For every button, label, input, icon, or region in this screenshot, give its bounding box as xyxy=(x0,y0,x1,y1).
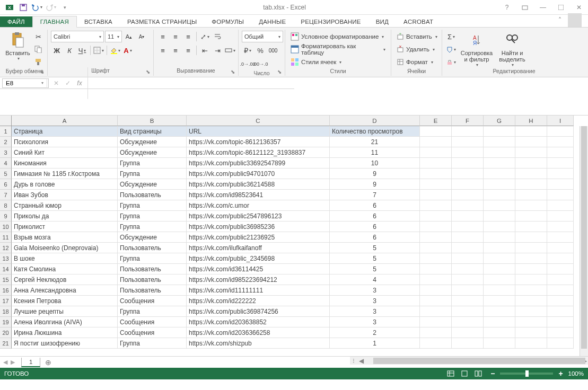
cell[interactable] xyxy=(452,274,484,285)
cell[interactable] xyxy=(452,200,484,211)
align-top-icon[interactable]: ≡ xyxy=(157,31,169,42)
tab-review[interactable]: РЕЦЕНЗИРОВАНИЕ xyxy=(293,16,368,27)
increase-indent-icon[interactable]: ⇥ xyxy=(212,45,223,56)
cell[interactable] xyxy=(420,285,452,296)
cell[interactable]: 3 xyxy=(330,296,420,306)
cell[interactable]: https://vk.com/topic-86121122_31938837 xyxy=(187,147,330,158)
cell[interactable]: Странный юмор xyxy=(12,200,118,211)
font-launcher-icon[interactable]: ⬊ xyxy=(146,69,152,75)
collapse-ribbon-icon[interactable]: ˄ xyxy=(558,16,561,24)
row-header[interactable]: 11 xyxy=(0,232,12,243)
formula-input[interactable] xyxy=(294,77,589,115)
fill-icon[interactable]: ▾ xyxy=(445,43,457,55)
cell[interactable] xyxy=(515,274,547,285)
cell[interactable]: 9 xyxy=(330,179,420,190)
cell[interactable] xyxy=(452,317,484,327)
column-header[interactable]: D xyxy=(330,116,420,126)
column-header[interactable]: E xyxy=(420,116,452,126)
cell[interactable]: 3 xyxy=(330,285,420,296)
cell[interactable]: Обсуждение xyxy=(118,179,187,190)
borders-icon[interactable]: ▾ xyxy=(93,45,104,56)
cell[interactable] xyxy=(484,296,515,306)
cell[interactable]: Психология xyxy=(12,137,118,147)
decrease-indent-icon[interactable]: ⇤ xyxy=(199,45,210,56)
cancel-formula-icon[interactable]: ✕ xyxy=(50,77,62,89)
clear-icon[interactable]: ▾ xyxy=(445,56,457,68)
cell[interactable]: Приколист xyxy=(12,221,118,232)
cell[interactable]: Группа xyxy=(118,221,187,232)
maximize-icon[interactable] xyxy=(552,2,570,13)
row-header[interactable]: 8 xyxy=(0,200,12,211)
cell[interactable] xyxy=(452,327,484,338)
row-header[interactable]: 21 xyxy=(0,338,12,349)
cell[interactable] xyxy=(547,211,574,221)
cell[interactable]: 2 xyxy=(330,327,420,338)
cell[interactable] xyxy=(515,147,547,158)
cell[interactable] xyxy=(452,158,484,169)
cell[interactable]: Вид страницы xyxy=(118,126,187,137)
cell[interactable]: Группа xyxy=(118,338,187,349)
cell[interactable]: Пользователь xyxy=(118,190,187,200)
cell[interactable] xyxy=(515,317,547,327)
align-center-icon[interactable]: ≡ xyxy=(170,45,181,56)
delete-cells-button[interactable]: ×Удалить▾ xyxy=(394,43,440,55)
cell[interactable] xyxy=(420,327,452,338)
cell[interactable] xyxy=(484,264,515,274)
cell[interactable]: Сергей Неклюдов xyxy=(12,274,118,285)
row-header[interactable]: 14 xyxy=(0,264,12,274)
number-launcher-icon[interactable]: ⬊ xyxy=(277,69,284,75)
cell[interactable] xyxy=(484,137,515,147)
cell[interactable]: 21 xyxy=(330,137,420,147)
cell[interactable]: Сообщения xyxy=(118,296,187,306)
cell[interactable]: Группа xyxy=(118,253,187,264)
cell[interactable]: 6 xyxy=(330,200,420,211)
cell[interactable]: Киномания xyxy=(12,158,118,169)
cell[interactable]: URL xyxy=(187,126,330,137)
cell[interactable]: https://vk.com/public_2345698 xyxy=(187,253,330,264)
cell[interactable] xyxy=(547,169,574,179)
cell[interactable]: Пользователь xyxy=(118,243,187,253)
tab-file[interactable]: ФАЙЛ xyxy=(0,16,32,27)
cell[interactable]: https://vk.com/public21236925 xyxy=(187,232,330,243)
cell[interactable]: https://vk.com/public369874256 xyxy=(187,306,330,317)
sheet-nav-prev-icon[interactable]: ◀ xyxy=(2,359,8,366)
cell[interactable] xyxy=(515,221,547,232)
cell[interactable]: Группа xyxy=(118,158,187,169)
cell[interactable]: https://vk.com/public36985236 xyxy=(187,221,330,232)
row-header[interactable]: 15 xyxy=(0,274,12,285)
cell[interactable]: https://vk.com/c.umor xyxy=(187,200,330,211)
cell[interactable]: Гимназия № 1185 г.Кострома xyxy=(12,169,118,179)
cell[interactable]: Группа xyxy=(118,306,187,317)
decrease-font-icon[interactable]: A▾ xyxy=(136,31,147,42)
cell[interactable] xyxy=(515,200,547,211)
enter-formula-icon[interactable]: ✓ xyxy=(62,77,74,89)
cell[interactable] xyxy=(547,338,574,349)
cell[interactable]: Количество просмотров xyxy=(330,126,420,137)
underline-button[interactable]: Ч▾ xyxy=(76,45,88,56)
cell[interactable]: Страница xyxy=(12,126,118,137)
cell[interactable] xyxy=(484,147,515,158)
cell[interactable]: 6 xyxy=(330,232,420,243)
cell[interactable] xyxy=(420,274,452,285)
comma-icon[interactable]: 000 xyxy=(267,45,279,56)
cell[interactable] xyxy=(420,158,452,169)
cell[interactable] xyxy=(452,190,484,200)
number-format-select[interactable]: Общий▾ xyxy=(242,31,283,42)
cut-icon[interactable]: ✂ xyxy=(32,31,44,42)
qat-customize-icon[interactable]: ▾ xyxy=(58,2,71,13)
cell[interactable] xyxy=(547,285,574,296)
cell[interactable] xyxy=(547,137,574,147)
cell[interactable]: https://vk.com/public33692547899 xyxy=(187,158,330,169)
sheet-tab[interactable]: 1 xyxy=(21,358,40,367)
cell[interactable] xyxy=(420,190,452,200)
cell[interactable] xyxy=(547,126,574,137)
bold-button[interactable]: Ж xyxy=(51,45,63,56)
cell[interactable] xyxy=(452,232,484,243)
cell[interactable] xyxy=(452,126,484,137)
cell[interactable]: Катя Смолина xyxy=(12,264,118,274)
cell[interactable]: Приколы да xyxy=(12,211,118,221)
sort-filter-button[interactable]: АЯ Сортировка и фильтр▾ xyxy=(459,31,494,68)
cell[interactable] xyxy=(484,190,515,200)
row-header[interactable]: 13 xyxy=(0,253,12,264)
row-header[interactable]: 9 xyxy=(0,211,12,221)
